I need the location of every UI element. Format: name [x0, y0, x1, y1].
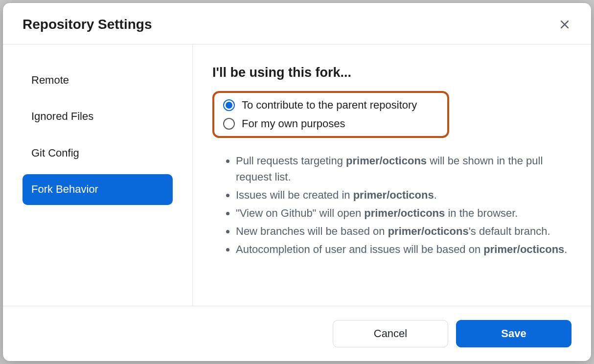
save-button[interactable]: Save — [456, 320, 571, 347]
cancel-button[interactable]: Cancel — [333, 320, 448, 347]
radio-icon — [223, 118, 235, 130]
pane-heading: I'll be using this fork... — [212, 65, 571, 80]
list-item: Issues will be created in primer/octicon… — [236, 187, 571, 203]
close-icon — [559, 19, 570, 30]
sidebar-item-ignored-files[interactable]: Ignored Files — [23, 101, 173, 132]
fork-behavior-description-list: Pull requests targeting primer/octicons … — [212, 153, 571, 257]
settings-sidebar: Remote Ignored Files Git Config Fork Beh… — [3, 45, 193, 306]
radio-label: To contribute to the parent repository — [242, 99, 417, 112]
modal-footer: Cancel Save — [3, 306, 591, 361]
fork-usage-radio-group: To contribute to the parent repository F… — [212, 91, 449, 138]
radio-option-contribute[interactable]: To contribute to the parent repository — [223, 99, 438, 112]
modal-body: Remote Ignored Files Git Config Fork Beh… — [3, 45, 591, 306]
repository-settings-modal: Repository Settings Remote Ignored Files… — [3, 3, 591, 361]
sidebar-item-git-config[interactable]: Git Config — [23, 138, 173, 168]
fork-behavior-pane: I'll be using this fork... To contribute… — [193, 45, 591, 306]
list-item: New branches will be based on primer/oct… — [236, 223, 571, 239]
list-item: "View on Github" will open primer/octico… — [236, 205, 571, 221]
radio-label: For my own purposes — [242, 117, 345, 130]
list-item: Pull requests targeting primer/octicons … — [236, 153, 571, 185]
modal-header: Repository Settings — [3, 3, 591, 45]
list-item: Autocompletion of user and issues will b… — [236, 241, 571, 257]
sidebar-item-fork-behavior[interactable]: Fork Behavior — [23, 174, 173, 205]
sidebar-item-remote[interactable]: Remote — [23, 65, 173, 95]
close-button[interactable] — [558, 18, 571, 31]
radio-option-own-purposes[interactable]: For my own purposes — [223, 117, 438, 130]
modal-title: Repository Settings — [23, 17, 152, 32]
radio-icon — [223, 99, 235, 111]
